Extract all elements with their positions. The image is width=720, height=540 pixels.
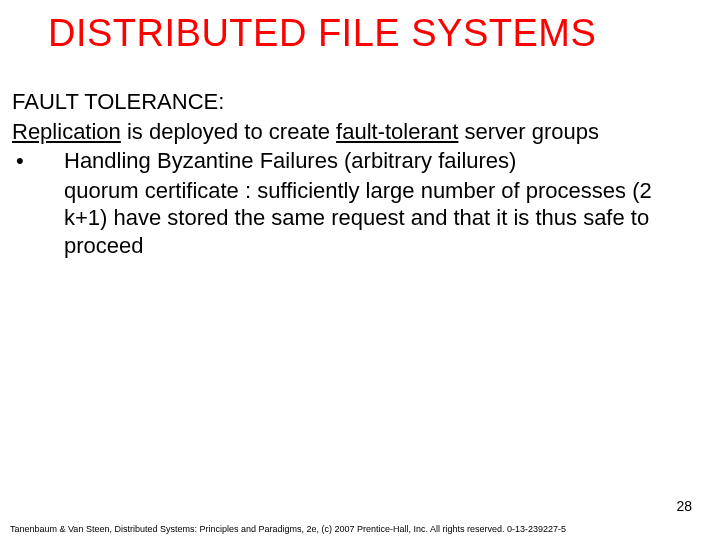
bullet-marker: • — [12, 147, 64, 259]
intro-text-after: server groups — [458, 119, 599, 144]
bullet-item: • Handling Byzantine Failures (arbitrary… — [12, 147, 708, 259]
section-heading: FAULT TOLERANCE: — [12, 88, 708, 116]
bullet-line-2: quorum certificate : sufficiently large … — [64, 177, 668, 260]
slide-title: DISTRIBUTED FILE SYSTEMS — [48, 12, 700, 55]
intro-underlined-2: fault-tolerant — [336, 119, 458, 144]
bullet-body: Handling Byzantine Failures (arbitrary f… — [64, 147, 708, 259]
page-number: 28 — [676, 498, 692, 514]
footer-citation: Tanenbaum & Van Steen, Distributed Syste… — [10, 524, 566, 534]
bullet-line-1: Handling Byzantine Failures (arbitrary f… — [64, 147, 668, 175]
intro-text-mid: is deployed to create — [121, 119, 336, 144]
slide-body: FAULT TOLERANCE: Replication is deployed… — [12, 88, 708, 259]
intro-underlined-1: Replication — [12, 119, 121, 144]
intro-line: Replication is deployed to create fault-… — [12, 118, 708, 146]
